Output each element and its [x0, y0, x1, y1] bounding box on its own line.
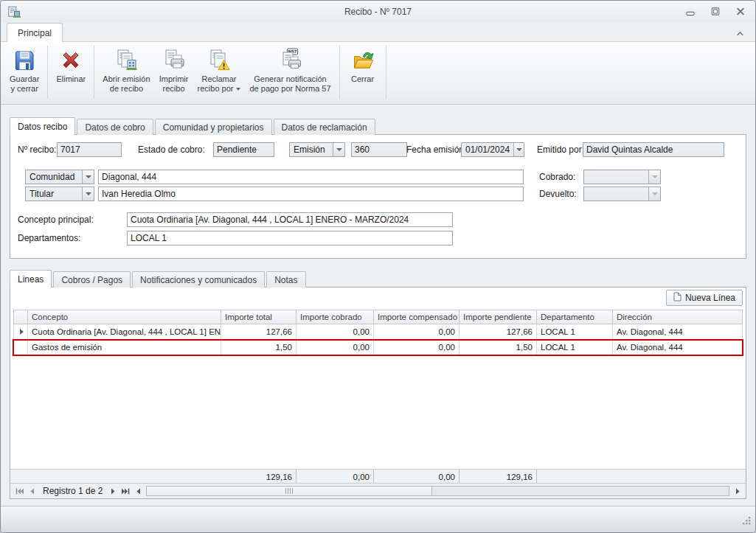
open-receipt-emission-button[interactable]: Abrir emisión de recibo [98, 43, 154, 101]
close-folder-icon [350, 48, 375, 74]
no-recibo-field[interactable]: 7017 [57, 142, 122, 157]
record-position-label: Registro 1 de 2 [38, 486, 107, 496]
delete-button[interactable]: Eliminar [52, 43, 90, 101]
total-importe-total: 129,16 [221, 470, 296, 484]
cell-importe-compensado[interactable]: 0,00 [374, 324, 460, 340]
cell-departamento[interactable]: LOCAL 1 [537, 324, 613, 340]
col-importe-total[interactable]: Importe total [221, 310, 296, 324]
scroll-right-button[interactable] [731, 485, 743, 497]
horizontal-scrollbar[interactable] [146, 486, 729, 496]
devuelto-picker[interactable] [583, 187, 661, 201]
tab-lineas[interactable]: Lineas [10, 270, 52, 288]
new-line-button[interactable]: Nueva Línea [666, 290, 743, 306]
generate-norma57-notification-button[interactable]: N57 Generar notificación de pago por Nor… [245, 43, 335, 101]
close-button[interactable] [732, 4, 749, 18]
ribbon-separator [339, 46, 340, 99]
lines-panel: Nueva Línea Concepto Importe total Impor… [10, 287, 746, 499]
ribbon: Guardar y cerrar Eliminar [1, 41, 755, 105]
lines-tabstrip: Lineas Cobros / Pagos Notificaciones y c… [10, 270, 308, 288]
tab-datos-de-cobro[interactable]: Datos de cobro [77, 119, 153, 135]
col-direccion[interactable]: Dirección [613, 310, 743, 324]
cobrado-picker[interactable] [583, 170, 661, 184]
close-form-button[interactable]: Cerrar [344, 43, 382, 101]
combo-arrow-icon[interactable] [82, 170, 94, 184]
combo-arrow-icon[interactable] [82, 187, 94, 201]
concepto-principal-field[interactable]: Cuota Ordinaria [Av. Diagonal, 444 , LOC… [127, 212, 453, 227]
comunidad-type-combo[interactable]: Comunidad [25, 170, 94, 184]
emitido-por-field[interactable]: David Quintas Alcalde [583, 142, 724, 157]
table-row[interactable]: Cuota Ordinaria [Av. Diagonal, 444 , LOC… [13, 324, 743, 340]
departamentos-label: Departamentos: [18, 233, 80, 243]
scroll-left-button[interactable] [132, 485, 145, 497]
emitido-por-label: Emitido por: [537, 144, 584, 155]
next-record-button[interactable] [107, 485, 119, 497]
claim-receipt-dropdown-button[interactable]: Reclamar recibo por [193, 43, 246, 101]
combo-arrow-icon[interactable] [333, 143, 344, 156]
tab-datos-de-reclamacion[interactable]: Datos de reclamación [274, 119, 375, 135]
row-selector-cell[interactable] [13, 324, 28, 340]
combo-arrow-icon[interactable] [513, 143, 524, 156]
tab-cobros-pagos[interactable]: Cobros / Pagos [53, 271, 131, 288]
status-bar [1, 506, 755, 532]
cell-importe-pendiente[interactable]: 1,50 [460, 340, 537, 355]
window-title: Recibo - Nº 7017 [1, 7, 755, 17]
resize-grip[interactable] [742, 515, 752, 529]
ribbon-collapse-icon[interactable] [735, 28, 746, 38]
row-selector-cell[interactable] [13, 340, 28, 355]
titular-type-combo[interactable]: Titular [25, 187, 94, 201]
table-row-highlighted[interactable]: Gastos de emisión 1,50 0,00 0,00 1,50 LO… [13, 340, 743, 355]
col-importe-compensado[interactable]: Importe compensado [374, 310, 460, 324]
last-record-button[interactable] [119, 485, 132, 497]
col-importe-pendiente[interactable]: Importe pendiente [460, 310, 537, 324]
tab-notas[interactable]: Notas [266, 271, 305, 288]
ribbon-separator [47, 46, 48, 99]
previous-record-button[interactable] [26, 485, 38, 497]
tab-datos-recibo[interactable]: Datos recibo [10, 117, 75, 135]
cell-concepto[interactable]: Gastos de emisión [28, 340, 221, 355]
row-selector-header [13, 310, 28, 324]
cell-direccion[interactable]: Av. Diagonal, 444 [613, 324, 743, 340]
cell-importe-compensado[interactable]: 0,00 [374, 340, 460, 355]
cell-importe-pendiente[interactable]: 127,66 [460, 324, 537, 340]
col-concepto[interactable]: Concepto [28, 310, 221, 324]
ribbon-separator [94, 46, 94, 99]
save-icon [12, 48, 37, 74]
titlebar: Recibo - Nº 7017 [1, 1, 755, 23]
cell-importe-cobrado[interactable]: 0,00 [296, 324, 374, 340]
col-departamento[interactable]: Departamento [537, 310, 613, 324]
emision-dias-field[interactable]: 360 [351, 142, 407, 157]
current-row-arrow-icon [20, 329, 24, 335]
comunidad-field[interactable]: Diagonal, 444 [98, 170, 524, 184]
print-receipt-button[interactable]: Imprimir recibo [155, 43, 193, 101]
print-receipt-icon [162, 48, 187, 74]
col-importe-cobrado[interactable]: Importe cobrado [296, 310, 374, 324]
cell-importe-total[interactable]: 127,66 [221, 324, 296, 340]
total-importe-cobrado: 0,00 [296, 470, 374, 484]
first-record-button[interactable] [13, 485, 26, 497]
receipt-window: Recibo - Nº 7017 Principal [0, 0, 756, 533]
fecha-emision-picker[interactable]: 01/01/2024 [461, 142, 524, 157]
emision-combo[interactable]: Emisión [289, 142, 345, 157]
fecha-emision-label: Fecha emisión: [406, 144, 466, 155]
ribbon-tabstrip: Principal [1, 23, 755, 41]
ribbon-tab-principal[interactable]: Principal [7, 23, 63, 42]
minimize-button[interactable] [682, 4, 699, 18]
departamentos-field[interactable]: LOCAL 1 [127, 231, 453, 245]
combo-arrow-icon [648, 170, 660, 184]
tab-notificaciones[interactable]: Notificaciones y comunicados [132, 271, 265, 288]
cell-departamento[interactable]: LOCAL 1 [537, 340, 613, 355]
norma57-print-icon: N57 [278, 48, 303, 74]
cell-importe-cobrado[interactable]: 0,00 [296, 340, 374, 355]
estado-cobro-field[interactable]: Pendiente [213, 142, 274, 157]
cell-importe-total[interactable]: 1,50 [221, 340, 296, 355]
estado-cobro-label: Estado de cobro: [138, 144, 205, 155]
restore-button[interactable] [707, 4, 724, 18]
tab-comunidad-y-propietarios[interactable]: Comunidad y propietarios [155, 119, 272, 135]
main-tabstrip: Datos recibo Datos de cobro Comunidad y … [10, 117, 377, 135]
cell-direccion[interactable]: Av. Diagonal, 444 [613, 340, 743, 355]
cell-concepto[interactable]: Cuota Ordinaria [Av. Diagonal, 444 , LOC… [28, 324, 221, 340]
horizontal-scrollbar-thumb[interactable] [147, 487, 431, 495]
titular-field[interactable]: Ivan Heredia Olmo [98, 187, 524, 201]
save-and-close-button[interactable]: Guardar y cerrar [5, 43, 44, 101]
devuelto-label: Devuelto: [539, 189, 577, 199]
